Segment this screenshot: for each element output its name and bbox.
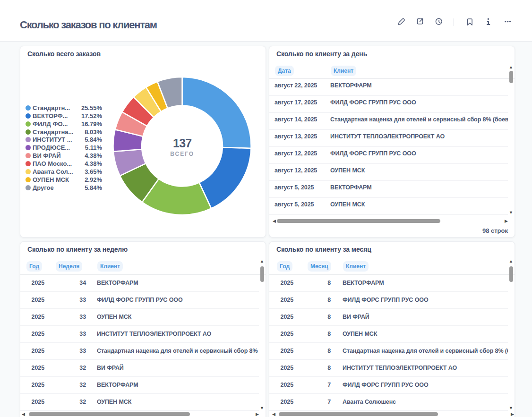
svg-text:ВСЕГО: ВСЕГО: [170, 151, 194, 157]
svg-text:137: 137: [173, 136, 191, 150]
